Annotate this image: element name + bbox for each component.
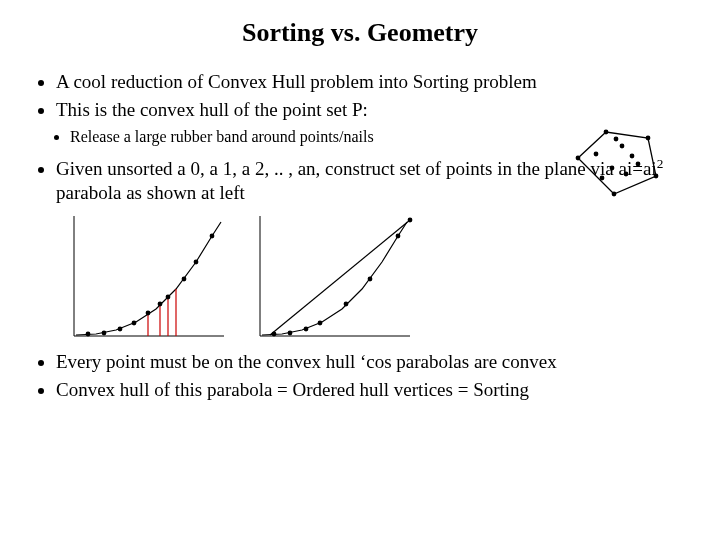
svg-point-24	[368, 277, 373, 282]
figure-row	[68, 212, 692, 342]
svg-point-19	[272, 332, 277, 337]
svg-point-33	[620, 144, 625, 149]
bullet-list-3: Every point must be on the convex hull ‘…	[38, 350, 692, 402]
slide-title: Sorting vs. Geometry	[28, 18, 692, 48]
parabola-stems-figure	[68, 212, 228, 342]
svg-point-21	[304, 327, 309, 332]
svg-point-32	[594, 152, 599, 157]
svg-point-14	[194, 260, 199, 265]
bullet-4: Every point must be on the convex hull ‘…	[56, 350, 692, 374]
svg-point-20	[288, 331, 293, 336]
svg-point-9	[132, 321, 137, 326]
pentagon-figure	[572, 128, 666, 202]
svg-point-23	[344, 302, 349, 307]
bullet-3-post: parabola as shown at left	[56, 182, 245, 203]
pentagon-figure-wrap	[572, 128, 666, 202]
svg-point-6	[86, 332, 91, 337]
svg-point-37	[600, 176, 605, 181]
svg-point-27	[576, 156, 581, 161]
bullet-3-pre: Given unsorted a 0, a 1, a 2, .. , an, c…	[56, 158, 657, 179]
svg-line-18	[270, 220, 410, 335]
svg-point-34	[630, 154, 635, 159]
svg-point-35	[610, 166, 615, 171]
svg-point-15	[210, 234, 215, 239]
bullet-5: Convex hull of this parabola = Ordered h…	[56, 378, 692, 402]
svg-point-30	[654, 174, 659, 179]
svg-point-31	[612, 192, 617, 197]
slide: Sorting vs. Geometry A cool reduction of…	[0, 0, 720, 424]
svg-point-7	[102, 331, 107, 336]
bullet-2: This is the convex hull of the point set…	[56, 98, 692, 122]
svg-point-26	[408, 218, 413, 223]
svg-point-12	[166, 295, 171, 300]
svg-point-39	[614, 137, 619, 142]
svg-point-22	[318, 321, 323, 326]
svg-point-25	[396, 234, 401, 239]
svg-point-13	[182, 277, 187, 282]
parabola-hull-figure	[254, 212, 414, 342]
svg-point-36	[624, 172, 629, 177]
svg-point-11	[158, 302, 163, 307]
svg-point-8	[118, 327, 123, 332]
bullet-list: A cool reduction of Convex Hull problem …	[38, 70, 692, 122]
svg-point-10	[146, 311, 151, 316]
svg-point-29	[646, 136, 651, 141]
bullet-1: A cool reduction of Convex Hull problem …	[56, 70, 692, 94]
svg-point-38	[636, 162, 641, 167]
svg-point-28	[604, 130, 609, 135]
